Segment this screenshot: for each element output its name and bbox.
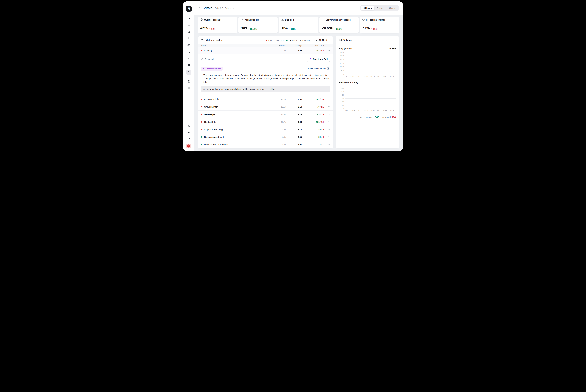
sidebar-item-home[interactable] (186, 16, 192, 21)
gear-icon (187, 131, 190, 134)
metric-reviews: 1.6k (272, 144, 286, 146)
metric-status-dot (201, 136, 202, 138)
disputed-legend-label: Disputed (382, 116, 390, 118)
metric-name: Preparedness for the call (204, 143, 228, 146)
kpi-delta: ▲204.2% (248, 28, 257, 30)
metric-status-dot (201, 144, 202, 145)
compass-icon (187, 50, 190, 54)
metric-name: Gatekeeper (204, 113, 216, 116)
agent-response-box: Agent: Absolutely NO WAY would I have sa… (201, 86, 330, 92)
metric-average: 2.91 (286, 144, 302, 146)
search-icon (187, 30, 190, 34)
expanded-dispute-section: Disputed Check and Edit 1 · Extremely Po… (198, 54, 333, 96)
sidebar-item-boards[interactable] (186, 36, 192, 42)
bar-chart-icon (187, 44, 190, 47)
metric-average: 2.90 (286, 98, 302, 100)
kpi-label: Acknowledged (244, 19, 259, 21)
topbar: Vitals Auto QA - Active 24 hours7 days30… (194, 2, 403, 14)
up-arrow-icon: ▲ (248, 28, 250, 30)
metric-status-dot (201, 50, 202, 51)
account-alert-badge[interactable]: × (186, 144, 192, 148)
metric-name: Opening (204, 49, 212, 52)
kpi-delta: ▼2.2% (209, 28, 216, 30)
sidebar-item-ai-assist[interactable] (186, 63, 192, 68)
chevron-down-icon[interactable] (324, 106, 330, 108)
person-icon (187, 57, 190, 60)
chevron-down-icon[interactable] (324, 136, 330, 138)
chevron-down-icon[interactable] (232, 7, 235, 9)
chevron-down-icon[interactable] (324, 98, 330, 100)
metric-status-dot (201, 114, 202, 115)
chevron-down-icon[interactable] (324, 128, 330, 130)
kpi-value: 949 (241, 26, 247, 30)
table-header: Metric Reviews Average Ack / Disp (198, 44, 333, 47)
sidebar-item-labs[interactable] (186, 124, 192, 129)
app-logo[interactable]: S (186, 6, 192, 12)
time-range-tab-24-hours[interactable]: 24 hours (361, 6, 374, 10)
metric-name: Setting Appointment (204, 136, 224, 138)
down-arrow-icon: ▼ (371, 28, 372, 30)
agent-quote: Absolutely NO WAY would I have said Chap… (210, 88, 276, 90)
metric-name: Groupon Pitch (204, 106, 218, 108)
metric-average: 2.56 (286, 50, 302, 52)
acknowledged-legend-value: 949 (375, 116, 379, 118)
chevron-down-icon[interactable] (324, 121, 330, 123)
kpi-value: 164 (281, 26, 288, 30)
metric-name: Rapport building (204, 98, 220, 100)
metrics-health-panel: Metrics Health 6 Needs Attention10 Activ… (198, 36, 333, 148)
time-range-tabs: 24 hours7 days30 days (360, 5, 399, 11)
status-dot (266, 40, 267, 41)
chevron-down-icon[interactable] (324, 144, 330, 146)
ai-feedback-quote: The agent introduced themselves and Grou… (201, 73, 330, 84)
sidebar-item-search[interactable] (186, 30, 192, 35)
legend-needs-attention: 6 Needs Attention (266, 39, 284, 41)
metric-ack-disp: 121/14 (302, 121, 324, 123)
feedback-activity-title: Feedback Activity (339, 81, 396, 84)
page-content: Overall Feedback45%▼2.2%Acknowledged949▲… (194, 14, 403, 151)
sidebar-item-clipboard[interactable] (186, 79, 192, 84)
sidebar-item-reports[interactable] (186, 43, 192, 48)
metric-row-contact-info[interactable]: Contact Info16.2k3.26121/14 (198, 118, 333, 126)
metric-row-gatekeeper[interactable]: Gatekeeper12.9k3.2393/16 (198, 110, 333, 118)
metric-row-opening[interactable]: Opening22.6k2.56148/42 (198, 47, 333, 54)
vitals-pulse-icon (198, 6, 202, 10)
chevron-up-icon[interactable] (324, 50, 330, 52)
metric-row-rapport-building[interactable]: Rapport building21.0k2.90142/33 (198, 96, 333, 103)
metric-reviews: 22.6k (272, 50, 286, 52)
status-dot (286, 40, 288, 41)
legend-drafts: 0 Drafts (300, 39, 310, 41)
show-conversation-link[interactable]: Show conversation (307, 67, 330, 70)
sidebar-item-queues[interactable] (186, 86, 192, 91)
metric-row-setting-appointment[interactable]: Setting Appointment5.6k2.5530/3 (198, 133, 333, 141)
sidebar-item-vitals[interactable] (186, 70, 192, 75)
all-metrics-filter-button[interactable]: All Metrics (314, 38, 330, 42)
volume-body: Engagements 24 590 3,0002,5002,0001,5001… (336, 44, 399, 148)
sidebar-item-explore[interactable] (186, 50, 192, 55)
metric-average: 3.23 (286, 113, 302, 116)
page-title: Vitals (204, 6, 212, 10)
time-range-tab-30-days[interactable]: 30 days (386, 6, 398, 10)
metric-row-preparedness-for-the-call[interactable]: Preparedness for the call1.6k2.9113/1 (198, 141, 333, 148)
sidebar-item-conversations[interactable] (186, 23, 192, 28)
sidebar-item-help[interactable]: ? (186, 137, 192, 142)
metric-ack-disp: 142/33 (302, 98, 324, 100)
kpi-card-conversations-processed: Conversations Processed24 590▲26.7% (320, 17, 358, 33)
chevron-down-icon[interactable] (324, 113, 330, 115)
time-range-tab-7-days[interactable]: 7 days (375, 6, 386, 10)
kpi-value: 24 590 (322, 26, 333, 30)
sidebar: S ? × (183, 2, 194, 151)
acknowledged-legend-label: Acknowledged (360, 116, 374, 118)
svg-text:?: ? (188, 138, 189, 140)
volume-header: Volume (336, 36, 399, 44)
down-arrow-icon: ▼ (209, 28, 210, 30)
check-icon (241, 18, 243, 22)
sidebar-item-contacts[interactable] (186, 56, 192, 62)
metrics-status-legend: 6 Needs Attention10 Active0 Drafts (266, 39, 310, 41)
check-and-edit-button[interactable]: Check and Edit (307, 56, 330, 62)
kpi-delta: ▼12.3% (371, 28, 378, 30)
metric-row-groupon-pitch[interactable]: Groupon Pitch10.5k2.1876/21 (198, 103, 333, 110)
sidebar-item-settings[interactable] (186, 130, 192, 135)
metric-row-objection-handling[interactable]: Objection Handling7.5k3.1746/9 (198, 126, 333, 133)
help-icon: ? (187, 138, 190, 141)
kpi-label: Conversations Processed (326, 19, 350, 21)
